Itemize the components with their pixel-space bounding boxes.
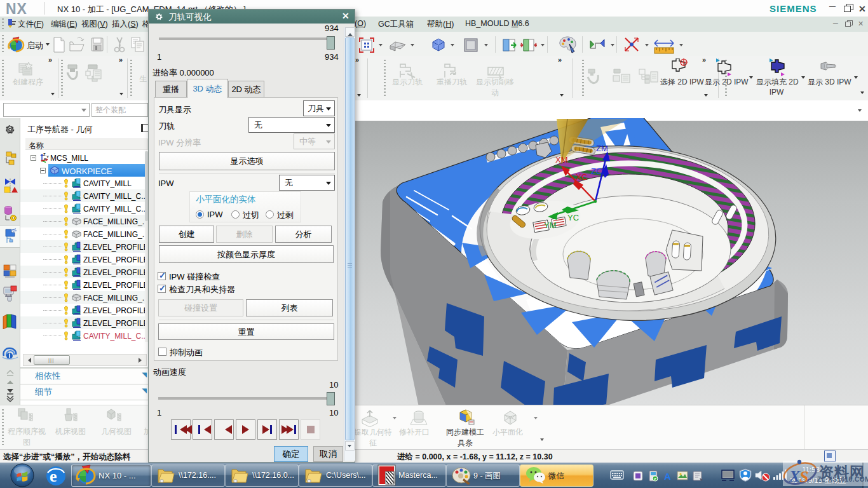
svg-text:Z: Z <box>43 152 46 156</box>
svg-text:YM: YM <box>544 220 557 230</box>
svg-text:YC: YC <box>567 213 579 222</box>
svg-text:A: A <box>664 471 671 482</box>
svg-text:Y: Y <box>46 155 49 159</box>
svg-text:ZC: ZC <box>591 166 602 176</box>
svg-text:S: S <box>799 468 808 486</box>
svg-text:XM: XM <box>555 155 568 165</box>
svg-text:XC: XC <box>576 172 587 182</box>
svg-text:ZM: ZM <box>596 144 608 153</box>
